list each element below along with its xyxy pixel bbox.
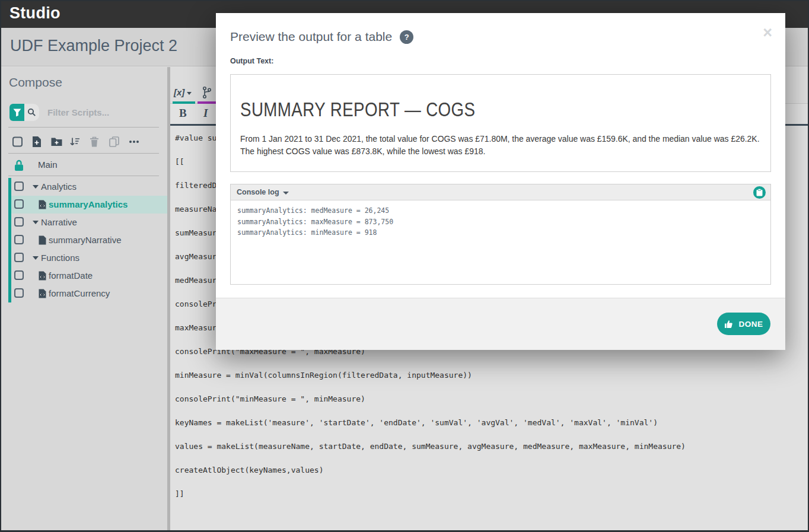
- caret-down-icon[interactable]: [33, 185, 39, 189]
- secondary-tab-indicator: [198, 101, 216, 104]
- project-title: UDF Example Project 2: [10, 37, 177, 55]
- tree-script-summaryanalytics[interactable]: summaryAnalytics: [11, 196, 167, 214]
- preview-output-modal: Preview the output for a table ? × Outpu…: [216, 13, 785, 350]
- code-line: minMeasure = minVal(columnsInRegion(filt…: [175, 363, 805, 387]
- row-checkbox[interactable]: [14, 288, 24, 298]
- tree-folder-functions[interactable]: Functions: [11, 249, 167, 267]
- folder-label: Narrative: [41, 217, 77, 227]
- filter-scripts-bar[interactable]: [9, 104, 154, 121]
- row-checkbox[interactable]: [14, 217, 24, 227]
- tree-document-summarynarrative[interactable]: summaryNarrative: [11, 231, 167, 249]
- more-options-button[interactable]: [129, 140, 139, 144]
- help-icon[interactable]: ?: [400, 30, 413, 44]
- lock-icon: [14, 160, 24, 171]
- folder-label: Functions: [41, 253, 79, 263]
- compose-sidebar: Compose: [1, 67, 167, 530]
- row-checkbox[interactable]: [14, 199, 24, 209]
- report-body-text: From 1 Jan 2021 to 31 Dec 2021, the tota…: [240, 133, 762, 157]
- search-button[interactable]: [24, 104, 39, 121]
- active-tab-indicator: [173, 101, 195, 104]
- script-file-icon: [39, 271, 46, 281]
- select-all-checkbox[interactable]: [12, 137, 23, 147]
- script-file-icon: [39, 200, 46, 209]
- italic-button[interactable]: I: [203, 107, 208, 120]
- branch-button[interactable]: [202, 86, 212, 101]
- filter-scripts-input[interactable]: [47, 107, 154, 117]
- script-file-icon: [39, 289, 46, 298]
- code-line: ]]: [175, 482, 805, 505]
- modal-title: Preview the output for a table: [230, 30, 392, 44]
- script-label: formatCurrency: [49, 288, 110, 298]
- caret-down-icon: [283, 192, 289, 195]
- new-folder-icon: [51, 137, 62, 146]
- row-checkbox[interactable]: [14, 253, 24, 262]
- output-text-label: Output Text:: [230, 57, 273, 65]
- modal-footer: DONE: [216, 298, 785, 350]
- new-script-button[interactable]: [32, 136, 42, 148]
- tree-script-formatcurrency[interactable]: formatCurrency: [11, 285, 167, 302]
- report-heading: SUMMARY REPORT — COGS: [240, 98, 475, 121]
- console-log-header[interactable]: Console log: [231, 184, 770, 200]
- modal-title-row: Preview the output for a table ?: [230, 30, 413, 44]
- row-checkbox[interactable]: [14, 235, 24, 244]
- app-logo: Studio: [9, 4, 60, 23]
- ellipsis-icon: [129, 140, 139, 144]
- code-line: consolePrint("minMeasure = ", minMeasure…: [175, 387, 805, 410]
- variable-menu-button[interactable]: [x]: [174, 87, 192, 97]
- search-icon: [27, 108, 36, 117]
- copy-to-clipboard-button[interactable]: [753, 186, 766, 199]
- new-file-icon: [32, 136, 42, 148]
- variable-menu-label: [x]: [174, 87, 184, 97]
- divider: [8, 176, 159, 176]
- divider: [8, 153, 159, 154]
- copy-icon: [109, 136, 119, 147]
- done-button[interactable]: DONE: [717, 313, 770, 335]
- compose-heading: Compose: [9, 75, 62, 90]
- thumbs-up-icon: [724, 320, 734, 329]
- checkbox-icon: [12, 137, 23, 147]
- close-icon[interactable]: ×: [763, 25, 772, 41]
- trash-icon: [90, 136, 99, 147]
- code-line: keyNames = makeList('measure', 'startDat…: [175, 410, 805, 434]
- script-label: summaryAnalytics: [49, 199, 128, 209]
- delete-button[interactable]: [90, 136, 99, 147]
- code-line: values = makeList(measureName, startDate…: [175, 434, 805, 458]
- clipboard-icon: [756, 189, 763, 196]
- bold-button[interactable]: B: [179, 107, 187, 120]
- duplicate-button[interactable]: [109, 136, 119, 147]
- main-branch-row[interactable]: Main: [1, 155, 167, 176]
- console-log-body: summaryAnalytics: medMeasure = 26,245 su…: [231, 200, 770, 284]
- document-label: summaryNarrative: [49, 235, 122, 245]
- filter-button[interactable]: [9, 104, 24, 121]
- caret-down-icon[interactable]: [33, 256, 39, 260]
- console-line: summaryAnalytics: minMeasure = 918: [237, 227, 764, 238]
- output-preview-panel: SUMMARY REPORT — COGS From 1 Jan 2021 to…: [230, 74, 771, 172]
- new-folder-button[interactable]: [51, 137, 62, 146]
- script-label: formatDate: [49, 270, 93, 281]
- caret-down-icon[interactable]: [33, 221, 39, 224]
- folder-label: Analytics: [41, 181, 77, 192]
- code-line: createAtlObject(keyNames,values): [175, 458, 805, 482]
- divider: [8, 127, 159, 128]
- console-line: summaryAnalytics: maxMeasure = 873,750: [237, 216, 764, 228]
- main-branch-label: Main: [38, 160, 58, 170]
- tree-folder-analytics[interactable]: Analytics: [11, 178, 167, 196]
- row-checkbox[interactable]: [14, 181, 24, 191]
- document-file-icon: [39, 235, 46, 245]
- tree-folder-narrative[interactable]: Narrative: [11, 214, 167, 231]
- studio-app-window: Studio UDF Example Project 2 Compose: [0, 0, 809, 532]
- row-checkbox[interactable]: [14, 270, 24, 280]
- funnel-icon: [13, 109, 21, 117]
- tree-script-formatdate[interactable]: formatDate: [11, 267, 167, 285]
- console-log-text: Console log: [237, 188, 279, 196]
- console-line: summaryAnalytics: medMeasure = 26,245: [237, 205, 764, 216]
- sort-icon: [70, 138, 80, 146]
- console-log-label: Console log: [237, 188, 289, 196]
- script-toolbar: [1, 130, 167, 153]
- done-button-label: DONE: [738, 320, 763, 329]
- sort-scripts-button[interactable]: [70, 138, 80, 146]
- caret-down-icon: [187, 92, 192, 95]
- git-branch-icon: [202, 86, 212, 99]
- console-log-panel: Console log summaryAnalytics: medMeasure…: [230, 184, 771, 285]
